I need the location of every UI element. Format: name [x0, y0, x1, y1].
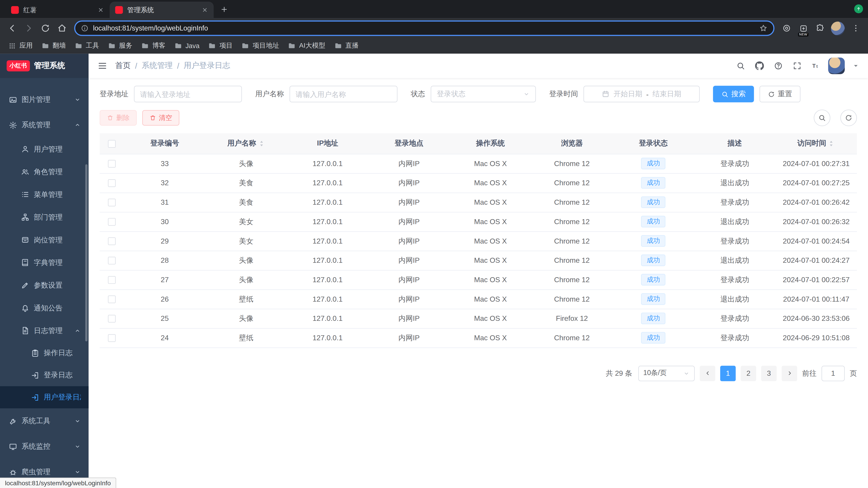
bookmark-item[interactable]: 翻墙	[38, 39, 70, 52]
clear-button[interactable]: 清空	[142, 110, 179, 126]
caret-down-icon[interactable]	[852, 63, 859, 69]
navbar-font-size-button[interactable]: Tt	[811, 61, 820, 70]
row-checkbox[interactable]	[108, 315, 116, 323]
tab-close-button[interactable]	[200, 5, 209, 14]
delete-button[interactable]: 删除	[100, 110, 137, 126]
bookmark-item[interactable]: AI大模型	[284, 39, 329, 52]
folder-icon	[334, 42, 342, 50]
login-time-range[interactable]: 开始日期 - 结束日期	[583, 86, 700, 102]
cell-location: 内网IP	[368, 251, 450, 270]
next-page-button[interactable]	[782, 365, 797, 381]
reset-button[interactable]: 重置	[760, 86, 800, 102]
browser-tab-1[interactable]: 红薯	[5, 2, 110, 18]
login-address-label: 登录地址	[100, 89, 128, 99]
sidebar-item-user-login-log[interactable]: 用户登录日志	[0, 386, 89, 408]
page-button-2[interactable]: 2	[741, 365, 756, 381]
status-badge: 成功	[641, 332, 665, 344]
bookmark-item[interactable]: 服务	[104, 39, 136, 52]
app-logo[interactable]: 小红书 管理系统	[0, 54, 89, 78]
address-bar[interactable]: localhost:81/system/log/webLoginInfo	[74, 21, 774, 36]
goto-label: 前往	[802, 368, 817, 378]
bookmark-item[interactable]: 应用	[4, 39, 37, 52]
goto-page-input[interactable]	[822, 365, 845, 381]
breadcrumb-item[interactable]: 首页	[115, 61, 131, 71]
tab-close-button[interactable]	[96, 5, 105, 14]
search-icon	[736, 61, 745, 70]
sidebar-item-post-manage[interactable]: 岗位管理	[0, 228, 89, 251]
row-checkbox[interactable]	[108, 295, 116, 303]
page-button-1[interactable]: 1	[720, 365, 736, 381]
forward-button[interactable]	[21, 21, 37, 36]
row-checkbox[interactable]	[108, 160, 116, 168]
extension-button-2[interactable]: NEW	[796, 21, 811, 36]
cell-desc: 登录成功	[694, 270, 775, 289]
sidebar-item-user-manage[interactable]: 用户管理	[0, 138, 89, 160]
browser-update-icon[interactable]	[854, 4, 863, 13]
refresh-table-button[interactable]	[840, 109, 857, 126]
status-placeholder: 登录状态	[437, 89, 465, 99]
bookmark-label: 翻墙	[53, 41, 66, 51]
navbar-search-button[interactable]	[736, 61, 745, 70]
question-icon	[774, 61, 783, 70]
login-address-input[interactable]	[134, 86, 242, 102]
bookmark-item[interactable]: 项目地址	[238, 39, 283, 52]
sidebar-item-dict-manage[interactable]: 字典管理	[0, 251, 89, 274]
extensions-menu-button[interactable]	[812, 21, 828, 36]
select-all-checkbox[interactable]	[108, 140, 116, 148]
extension-button-1[interactable]	[779, 21, 795, 36]
sidebar-item-login-log[interactable]: 登录日志	[0, 364, 89, 386]
sidebar-item-system-manage[interactable]: 系统管理	[0, 112, 89, 138]
sidebar-item-menu-manage[interactable]: 菜单管理	[0, 183, 89, 206]
cell-os: Mac OS X	[450, 328, 531, 348]
row-checkbox[interactable]	[108, 334, 116, 342]
reload-button[interactable]	[38, 21, 53, 36]
row-checkbox[interactable]	[108, 257, 116, 265]
row-checkbox[interactable]	[108, 237, 116, 245]
search-button[interactable]: 搜索	[713, 86, 754, 102]
sidebar-item-label: 角色管理	[34, 167, 81, 177]
row-checkbox[interactable]	[108, 218, 116, 226]
sidebar-item-log-manage[interactable]: 日志管理	[0, 319, 89, 342]
row-checkbox[interactable]	[108, 276, 116, 284]
user-avatar[interactable]	[828, 58, 845, 74]
navbar-github-button[interactable]	[755, 61, 764, 70]
hamburger-icon[interactable]	[97, 61, 107, 71]
column-header-time[interactable]: 访问时间	[776, 133, 857, 154]
sidebar-item-label: 爬虫管理	[22, 467, 70, 477]
cell-status: 成功	[613, 328, 694, 348]
row-checkbox[interactable]	[108, 180, 116, 187]
navbar-help-button[interactable]	[774, 61, 783, 70]
sidebar-scrollbar[interactable]	[85, 164, 88, 341]
cell-browser: Chrome 12	[531, 251, 613, 270]
sidebar-item-picture-manage[interactable]: 图片管理	[0, 87, 89, 112]
bookmark-item[interactable]: Java	[170, 40, 203, 51]
bookmark-item[interactable]: 博客	[137, 39, 169, 52]
sidebar-item-system-monitor[interactable]: 系统监控	[0, 434, 89, 459]
new-tab-button[interactable]	[217, 2, 231, 17]
sidebar-item-system-tools[interactable]: 系统工具	[0, 408, 89, 434]
sidebar-item-oper-log[interactable]: 操作日志	[0, 342, 89, 364]
sidebar-item-dept-manage[interactable]: 部门管理	[0, 206, 89, 228]
prev-page-button[interactable]	[700, 365, 715, 381]
navbar-fullscreen-button[interactable]	[793, 61, 802, 70]
browser-menu-button[interactable]	[848, 21, 864, 36]
back-button[interactable]	[4, 21, 20, 36]
status-select[interactable]: 登录状态	[431, 86, 536, 102]
toggle-search-button[interactable]	[814, 109, 830, 126]
bookmark-item[interactable]: 工具	[71, 39, 103, 52]
sidebar-item-notice[interactable]: 通知公告	[0, 297, 89, 319]
column-header-user[interactable]: 用户名称	[206, 133, 287, 154]
row-checkbox[interactable]	[108, 199, 116, 206]
date-separator: -	[646, 90, 649, 98]
browser-tab-2[interactable]: 管理系统	[110, 2, 214, 18]
bookmark-item[interactable]: 项目	[205, 39, 237, 52]
page-size-select[interactable]: 10条/页	[638, 365, 695, 381]
bookmark-item[interactable]: 直播	[330, 39, 362, 52]
profile-avatar[interactable]	[831, 21, 845, 35]
user-name-input[interactable]	[289, 86, 398, 102]
page-button-3[interactable]: 3	[761, 365, 777, 381]
sidebar-item-param-settings[interactable]: 参数设置	[0, 274, 89, 296]
sidebar-item-role-manage[interactable]: 角色管理	[0, 160, 89, 183]
star-icon[interactable]	[759, 24, 768, 33]
home-button[interactable]	[54, 21, 70, 36]
